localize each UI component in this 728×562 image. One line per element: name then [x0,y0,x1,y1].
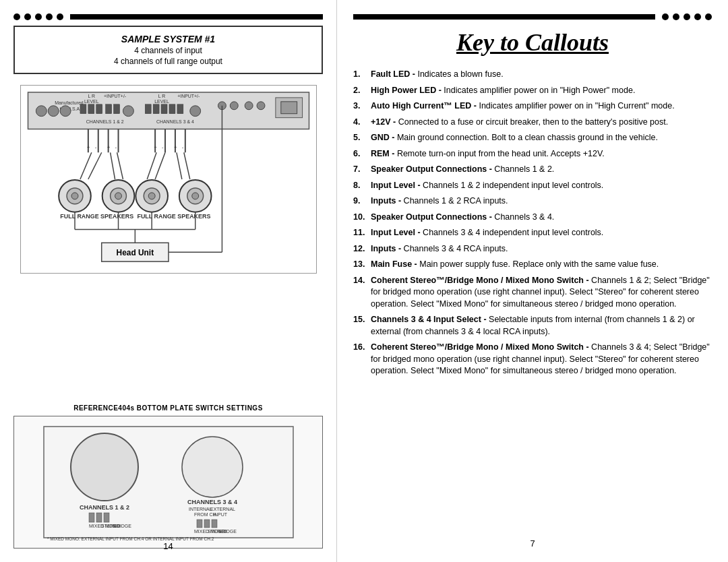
callout-text: Inputs - Channels 1 & 2 RCA inputs. [371,195,712,208]
svg-point-28 [245,102,253,110]
callout-number: 15. [353,314,368,338]
svg-text:BRIDGE: BRIDGE [113,524,131,528]
dot-r-3 [684,13,690,20]
svg-text:EXTERNAL: EXTERNAL [210,507,235,511]
svg-rect-97 [204,520,210,528]
callout-number: 8. [353,180,368,192]
svg-line-53 [155,152,165,179]
callout-number: 6. [353,148,368,160]
callout-item: 12.Inputs - Channels 3 & 4 RCA inputs. [353,243,712,255]
svg-rect-10 [88,104,94,114]
bottom-plate-title: REFERENCE404s BOTTOM PLATE SWITCH SETTIN… [13,404,323,412]
callout-text: Speaker Output Connections - Channels 1 … [371,164,712,176]
sample-system-line2: 4 channels of full range output [26,57,311,66]
page-title: Key to Callouts [353,28,712,57]
callout-text: Input Level - Channels 3 & 4 independent… [371,227,712,239]
svg-text:+INPUT+/-: +INPUT+/- [103,94,125,98]
svg-rect-13 [113,104,119,114]
callout-number: 9. [353,195,368,208]
svg-text:INPUT: INPUT [213,512,228,517]
dots-top-right [353,13,712,20]
svg-text:-: - [181,144,183,150]
svg-rect-31 [280,102,297,114]
callout-item: 16.Coherent Stereo™/Bridge Mono / Mixed … [353,342,712,377]
dot-1 [13,13,20,20]
callout-number: 10. [353,212,368,224]
svg-text:BRIDGE: BRIDGE [218,529,237,534]
callout-item: 11.Input Level - Channels 3 & 4 independ… [353,227,712,239]
svg-rect-11 [96,104,102,114]
callout-text: Main Fuse - Main power supply fuse. Repl… [371,259,712,271]
svg-rect-20 [161,104,167,114]
callout-number: 14. [353,275,368,311]
callout-number: 4. [353,117,368,129]
callout-item: 15.Channels 3 & 4 Input Select - Selecta… [353,314,712,338]
callout-text: REM - Remote turn-on input from the head… [371,148,712,160]
callout-number: 12. [353,243,368,255]
svg-text:LEVEL: LEVEL [84,99,99,104]
svg-rect-86 [96,513,102,522]
sample-system-box: SAMPLE SYSTEM #1 4 channels of input 4 c… [13,26,323,74]
callout-item: 2.High Power LED - Indicates amplifier p… [353,85,712,97]
dots-bar-right [353,14,655,20]
svg-text:+: + [86,144,90,150]
svg-point-5 [60,106,71,117]
svg-line-51 [117,152,123,179]
svg-point-29 [257,102,265,110]
callout-list: 1.Fault LED - Indicates a blown fuse.2.H… [353,69,712,532]
svg-point-3 [36,106,47,117]
svg-point-4 [48,106,59,117]
page-number-right: 7 [353,538,712,549]
svg-text:CHANNELS 3 & 4: CHANNELS 3 & 4 [187,499,237,505]
callout-item: 8.Input Level - Channels 1 & 2 independe… [353,180,712,192]
svg-text:-: - [94,144,96,150]
callout-item: 5.GND - Main ground connection. Bolt to … [353,132,712,144]
svg-rect-96 [197,520,202,528]
svg-rect-85 [89,513,94,522]
callout-number: 3. [353,100,368,113]
dot-4 [46,13,53,20]
svg-text:L    R: L R [158,94,165,98]
svg-rect-12 [105,104,111,114]
callout-text: Speaker Output Connections - Channels 3 … [371,212,712,224]
svg-line-50 [110,152,115,179]
callout-item: 6.REM - Remote turn-on input from the he… [353,148,712,160]
dot-r-5 [705,13,712,20]
dot-r-1 [662,13,669,20]
dot-3 [35,13,42,20]
svg-rect-19 [153,104,159,114]
callout-number: 7. [353,164,368,176]
bottom-plate-diagram: CHANNELS 1 & 2 MIXED MONO STEREO BRIDGE … [13,416,323,549]
callout-text: +12V - Connected to a fuse or circuit br… [371,117,712,129]
callout-text: High Power LED - Indicates amplifier pow… [371,85,712,97]
callout-text: Auto High Current™ LED - Indicates ampli… [371,100,712,113]
dot-5 [57,13,63,20]
svg-rect-87 [104,513,109,522]
svg-text:+: + [154,144,157,150]
svg-text:INTERNAL: INTERNAL [189,507,212,511]
dot-2 [24,13,31,20]
svg-line-55 [183,152,189,179]
callout-item: 4.+12V - Connected to a fuse or circuit … [353,117,712,129]
svg-rect-18 [145,104,151,114]
callout-item: 10.Speaker Output Connections - Channels… [353,212,712,224]
callout-text: GND - Main ground connection. Bolt to a … [371,132,712,144]
callout-item: 7.Speaker Output Connections - Channels … [353,164,712,176]
bottom-plate-section: REFERENCE404s BOTTOM PLATE SWITCH SETTIN… [13,404,323,549]
svg-text:LEVEL: LEVEL [154,99,169,104]
svg-point-67 [191,193,198,199]
right-page: Key to Callouts 1.Fault LED - Indicates … [337,0,728,562]
svg-point-64 [148,193,155,199]
dot-r-4 [694,13,701,20]
svg-point-23 [189,106,200,117]
wiring-diagram-area: Manufactured in the U.S.A. L R LEVEL +IN… [13,85,323,394]
svg-text:-: - [115,144,117,150]
callout-item: 3.Auto High Current™ LED - Indicates amp… [353,100,712,113]
callout-text: Channels 3 & 4 Input Select - Selectable… [371,314,712,338]
svg-text:CHANNELS 1 & 2: CHANNELS 1 & 2 [86,119,123,124]
callout-number: 13. [353,259,368,271]
svg-text:CHANNELS 3 & 4: CHANNELS 3 & 4 [156,119,193,124]
callout-text: Coherent Stereo™/Bridge Mono / Mixed Mon… [371,275,712,311]
svg-text:* MIXED MONO: EXTERNAL INPUT F: * MIXED MONO: EXTERNAL INPUT FROM CH.4 O… [47,536,214,541]
dots-bar-left [70,14,323,20]
